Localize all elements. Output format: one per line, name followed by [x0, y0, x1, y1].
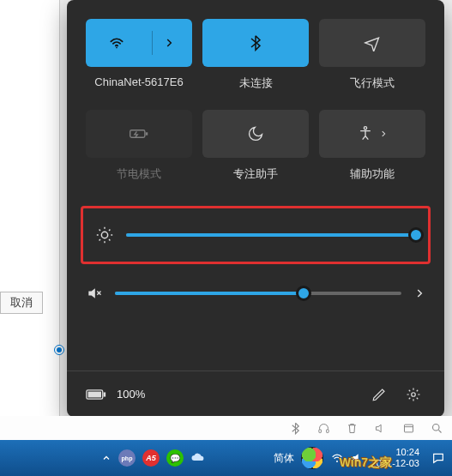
airplane-tile[interactable]: [319, 19, 425, 67]
battery-saver-tile: [86, 110, 192, 158]
brightness-highlight-box: [81, 206, 431, 264]
bluetooth-tray-icon[interactable]: [289, 422, 302, 435]
trash-icon[interactable]: [346, 422, 359, 435]
svg-point-3: [364, 127, 366, 130]
svg-point-8: [412, 392, 416, 396]
clock-date: 2021-12-03: [371, 458, 419, 469]
bluetooth-tile[interactable]: [202, 19, 309, 67]
tiles-row-1: [67, 0, 444, 75]
moon-icon: [247, 125, 264, 142]
speaker-tray-icon[interactable]: [374, 422, 387, 435]
settings-button[interactable]: [401, 383, 425, 407]
onedrive-icon[interactable]: [190, 450, 206, 466]
chevron-right-icon[interactable]: [379, 130, 388, 138]
clock-time: 10:24: [395, 447, 419, 458]
search-tray-icon[interactable]: [431, 422, 443, 435]
volume-tray-icon[interactable]: [351, 451, 365, 465]
battery-text: 100%: [117, 388, 145, 401]
svg-point-12: [433, 424, 440, 431]
taskbar: php A5 简体 10:24 2021-12-03: [0, 440, 452, 476]
airplane-icon: [364, 34, 381, 51]
focus-assist-tile[interactable]: [202, 110, 309, 158]
svg-point-0: [116, 47, 118, 49]
svg-rect-11: [405, 425, 413, 432]
brightness-thumb[interactable]: [408, 227, 424, 243]
php-tray-icon[interactable]: php: [118, 449, 136, 467]
cancel-button-fragment[interactable]: 取消: [0, 292, 43, 314]
wechat-tray-icon[interactable]: [166, 449, 184, 467]
svg-rect-6: [104, 392, 106, 396]
ime-indicator[interactable]: 简体: [274, 451, 294, 466]
bluetooth-label: 未连接: [202, 75, 309, 91]
window-tray-icon[interactable]: [402, 422, 415, 435]
battery-icon[interactable]: [86, 388, 106, 401]
svg-rect-1: [130, 130, 145, 138]
svg-rect-7: [88, 391, 101, 397]
labels-row-2: 节电模式 专注助手 辅助功能: [67, 166, 444, 197]
accessibility-label: 辅助功能: [319, 166, 425, 182]
battery-saver-label: 节电模式: [86, 166, 192, 182]
windows-logo-icon[interactable]: [301, 447, 323, 469]
labels-row-1: ChinaNet-5617E6 未连接 飞行模式: [67, 75, 444, 106]
svg-point-13: [336, 461, 338, 462]
notifications-icon[interactable]: [431, 451, 445, 465]
airplane-label: 飞行模式: [319, 75, 425, 91]
accessibility-icon: [357, 125, 388, 142]
taskbar-clock[interactable]: 10:24 2021-12-03: [371, 447, 419, 469]
a5-tray-icon[interactable]: A5: [142, 449, 160, 467]
svg-point-4: [101, 232, 107, 238]
svg-rect-9: [319, 429, 322, 432]
tile-split: [152, 31, 153, 55]
bluetooth-icon: [247, 34, 264, 51]
chevron-right-icon[interactable]: [163, 37, 175, 49]
wifi-label: ChinaNet-5617E6: [86, 75, 192, 91]
volume-row: [67, 264, 444, 307]
edit-button[interactable]: [367, 383, 391, 407]
volume-mute-icon[interactable]: [86, 285, 103, 302]
brightness-slider[interactable]: [126, 233, 416, 237]
wifi-icon: [108, 34, 125, 51]
brightness-icon: [95, 226, 114, 244]
tray-overflow-row: [0, 416, 452, 440]
volume-thumb[interactable]: [296, 286, 311, 301]
tray-chevron-up-icon[interactable]: [101, 453, 111, 463]
battery-saver-icon: [129, 125, 149, 142]
accessibility-tile[interactable]: [319, 110, 425, 158]
volume-output-chevron-icon[interactable]: [413, 287, 425, 299]
panel-bottom-row: 100%: [67, 371, 444, 417]
brightness-fill: [126, 233, 416, 237]
quick-settings-panel: ChinaNet-5617E6 未连接 飞行模式 节电模式 专注助手 辅助功能: [67, 0, 444, 417]
svg-rect-10: [327, 429, 329, 432]
radio-fragment[interactable]: [54, 345, 64, 355]
wifi-tile[interactable]: [86, 19, 192, 67]
volume-fill: [115, 292, 304, 295]
volume-slider[interactable]: [115, 292, 401, 295]
tiles-row-2: [67, 106, 444, 166]
focus-assist-label: 专注助手: [202, 166, 309, 182]
background-window: [0, 0, 60, 463]
svg-rect-2: [146, 132, 148, 135]
wifi-tray-icon[interactable]: [330, 451, 344, 465]
headphones-icon[interactable]: [317, 422, 330, 435]
